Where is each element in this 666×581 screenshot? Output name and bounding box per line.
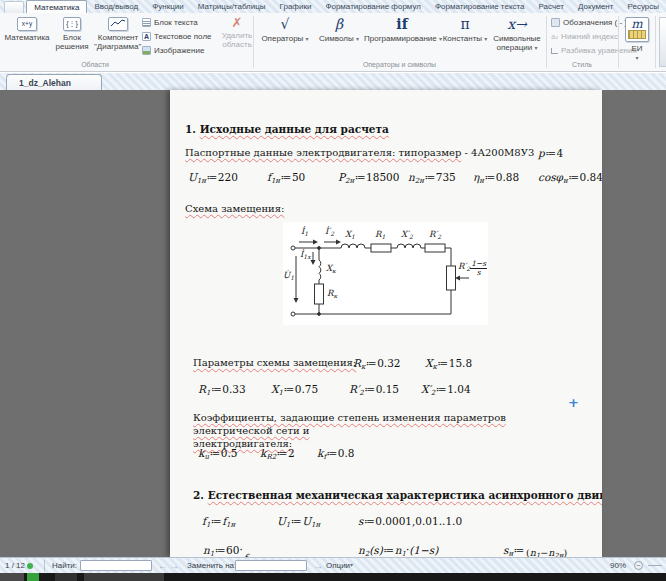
current-i1-label: İ1 <box>301 226 308 237</box>
math-region-r2p[interactable]: R′2≔0.15 <box>349 383 399 397</box>
document-tab[interactable]: 1_dz_Alehan <box>6 74 102 91</box>
chevron-down-icon: ▾ <box>306 36 309 42</box>
math-region-kf[interactable]: kf≔0.8 <box>317 447 355 461</box>
constants-button[interactable]: π Константы ▾ <box>442 16 488 44</box>
var-sub: R2 <box>266 453 276 461</box>
var-rhs: U <box>302 515 311 527</box>
tab-vvod-vyvod[interactable]: Ввод/вывод <box>87 0 145 13</box>
operators-button[interactable]: √ Операторы ▾ <box>258 16 312 44</box>
solve-block-icon: {⋮} <box>63 17 81 31</box>
coefficients-text-region[interactable]: Коэффициенты, задающие степень изменения… <box>193 411 573 450</box>
find-input[interactable] <box>80 560 152 571</box>
math-region-button[interactable]: x+y Математика <box>4 16 50 42</box>
symbols-button[interactable]: β Символы ▾ <box>316 16 362 44</box>
tab-format-teksta[interactable]: Форматирование текста <box>428 0 532 13</box>
math-region-cosphi[interactable]: cosφн≔0.84 <box>538 171 602 185</box>
taskbar-item <box>55 573 77 581</box>
solve-block-button[interactable]: {⋮} Блок решения <box>52 16 92 51</box>
math-region-sn[interactable]: sн≔(n1−n2н) <box>503 544 568 557</box>
subscript-label: Нижний индекс <box>561 32 618 41</box>
chart-component-label2: "Диаграмма" <box>94 42 141 51</box>
math-region-p[interactable]: p≔4 <box>538 147 563 159</box>
units-m-glyph: m <box>626 19 648 30</box>
tab-dokument[interactable]: Документ <box>571 0 621 13</box>
text-field-icon: A <box>142 32 151 41</box>
x1-label: X1 <box>345 229 355 240</box>
find-prev-icon[interactable]: ← <box>158 558 168 573</box>
zoom-slider[interactable] <box>648 565 662 566</box>
taskbar-item-green[interactable] <box>27 573 39 581</box>
image-icon <box>142 46 151 55</box>
math-region-n1[interactable]: n1≔60·f1 <box>203 544 253 557</box>
math-region-p2n[interactable]: P2н≔18500 <box>338 171 399 185</box>
text-field-label: Текстовое поле <box>154 32 212 41</box>
passport-text-region[interactable]: Паспортные данные электродвигателя: типо… <box>185 147 534 158</box>
var-value: 0.84 <box>579 171 602 183</box>
assign-op: ≔ <box>210 515 222 527</box>
var-base: n <box>358 544 365 556</box>
chevron-down-icon[interactable]: ▾ <box>350 558 353 573</box>
subscript-button[interactable]: a₂ Нижний индекс <box>551 32 618 41</box>
var-value: 50 <box>292 171 305 183</box>
assign-op: ≔ <box>326 447 338 459</box>
math-region-rk[interactable]: Rк≔0.32 <box>353 357 401 371</box>
operators-icon: √ <box>258 16 312 32</box>
assign-op: ≔ <box>437 357 449 369</box>
text-block-button[interactable]: Блок текста <box>142 18 198 27</box>
image-button[interactable]: Изображение <box>142 46 204 55</box>
zoom-out-button[interactable]: − <box>634 561 643 570</box>
var-value: 0.33 <box>222 383 245 395</box>
tab-matematika[interactable]: Математика <box>26 0 87 13</box>
math-region-r1[interactable]: R1≔0.33 <box>198 383 246 397</box>
var-base: n <box>408 171 415 183</box>
heading-2-region[interactable]: 2. Естественная механическая характерист… <box>193 489 602 501</box>
text-block-label: Блок текста <box>154 18 198 27</box>
tab-funkcii[interactable]: Функции <box>145 0 191 13</box>
replace-input[interactable] <box>235 560 307 571</box>
text-field-button[interactable]: A Текстовое поле <box>142 32 212 41</box>
math-region-u1n[interactable]: U1н≔220 <box>188 171 238 185</box>
programming-button[interactable]: if Программирование ▾ <box>364 16 440 44</box>
circuit-diagram-region[interactable]: İ1 İ′2 X1 R1 X′2 R′2 İ1х Xк U̇1 Rк R′21−… <box>283 222 488 325</box>
heading-1-region[interactable]: 1. Исходные данные для расчета <box>185 123 389 135</box>
tab-resursy[interactable]: Ресурсы <box>620 0 666 13</box>
heading-2-number: 2. <box>193 489 208 501</box>
labels-dropdown-button[interactable]: Обозначения ( - ) ▾ <box>551 18 633 27</box>
labels-icon <box>551 18 560 27</box>
units-label: ЕИ <box>631 44 642 53</box>
symbolic-label1: Символьные <box>493 34 541 43</box>
delete-region-button[interactable]: ✗ Удалить область <box>219 16 255 49</box>
math-region-x2p[interactable]: X′2≔1.04 <box>421 383 471 397</box>
heading-1-number: 1. <box>185 123 200 135</box>
app-menu-tab[interactable] <box>4 1 24 13</box>
math-region-eta[interactable]: ηн≔0.88 <box>473 171 519 185</box>
chevron-down-icon: ▾ <box>356 36 359 42</box>
units-button[interactable]: m ЕИ ▾ <box>622 16 652 63</box>
tab-raschet[interactable]: Расчет <box>532 0 571 13</box>
math-region-n2s[interactable]: n2(s)≔n1·(1−s) <box>358 544 438 557</box>
math-region-kr2[interactable]: kR2≔2 <box>260 447 295 461</box>
scheme-params-label[interactable]: Параметры схемы замещения: <box>193 357 356 368</box>
tab-format-formul[interactable]: Форматирование формул <box>318 0 428 13</box>
math-region-ku[interactable]: ku≔0.5 <box>198 447 237 461</box>
var-value: 1.04 <box>447 383 470 395</box>
var-base: cosφ <box>538 171 563 183</box>
math-region-u1[interactable]: U1≔U1н <box>277 515 320 529</box>
math-region-f1n[interactable]: f1н≔50 <box>267 171 305 185</box>
symbolic-operations-button[interactable]: x→ Символьные операции ▾ <box>490 16 544 53</box>
options-button[interactable]: Опции <box>326 558 350 573</box>
assign-op: ≔ <box>276 447 288 459</box>
math-region-n2n[interactable]: n2н≔735 <box>408 171 456 185</box>
tab-matricy[interactable]: Матрицы/таблицы <box>191 0 273 13</box>
math-region-s-range[interactable]: s≔0.0001,0.01..1.0 <box>358 515 462 527</box>
ribbon-tab-bar: Математика Ввод/вывод Функции Матрицы/та… <box>0 0 666 13</box>
var-value: 0.5 <box>221 447 238 459</box>
find-next-icon[interactable]: → <box>169 558 179 573</box>
chart-component-button[interactable]: Компонент "Диаграмма" ▾ <box>94 16 142 52</box>
scheme-label-region[interactable]: Схема замещения: <box>185 203 284 214</box>
math-region-xk[interactable]: Xк≔15.8 <box>425 357 472 371</box>
math-region-f1[interactable]: f1≔f1н <box>202 515 235 529</box>
math-region-x1[interactable]: X1≔0.75 <box>271 383 318 397</box>
replace-go-icon[interactable]: → <box>313 558 323 573</box>
tab-grafiki[interactable]: Графики <box>273 0 319 13</box>
